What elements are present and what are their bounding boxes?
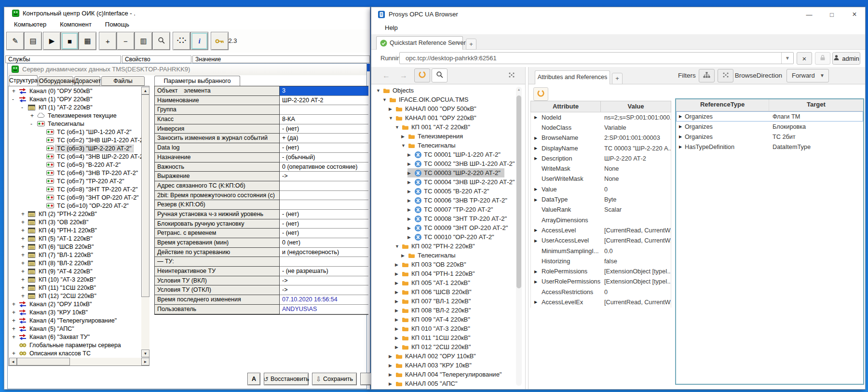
expander-icon[interactable]: + — [21, 293, 28, 299]
opcua-tree-item[interactable]: ▶КАНАЛ 003 "КРУ 10кВ" — [372, 361, 515, 370]
tree-item[interactable]: ТС (об=1) "ШР-1-220 АТ-2" — [9, 128, 141, 136]
attribute-row[interactable]: NodeClassVariable — [531, 122, 671, 133]
opcua-tree-item[interactable]: ▶ТС 00009 "ЗНТ ОР-220 АТ-2" — [372, 223, 515, 232]
expand-arrow-icon[interactable]: ▶ — [676, 124, 685, 129]
expander-icon[interactable]: + — [12, 309, 19, 316]
expand-arrow-icon[interactable]: ▶ — [531, 228, 542, 232]
chevron-right-icon[interactable]: ▶ — [395, 326, 402, 331]
tree-item[interactable]: +Канал (5) "АПС" — [9, 324, 141, 333]
property-value[interactable]: 3 — [280, 86, 368, 96]
expander-icon[interactable]: + — [21, 268, 28, 275]
attribute-row[interactable]: Historizingfalse — [531, 256, 671, 266]
toolbar-info-button[interactable]: i — [190, 32, 208, 50]
expand-arrow-icon[interactable]: ▶ — [531, 270, 542, 274]
expand-arrow-icon[interactable]: ▶ — [676, 135, 685, 139]
chevron-down-icon[interactable]: ▼ — [395, 125, 402, 130]
left-title-bar[interactable]: Контрольный центр ОИК (с)Interface - . — [4, 7, 370, 20]
expander-icon[interactable]: - — [21, 104, 28, 111]
expander-icon[interactable]: + — [21, 284, 28, 291]
expander-icon[interactable]: - — [12, 96, 19, 103]
horizontal-scroll-thumb[interactable] — [17, 358, 70, 365]
property-row[interactable]: НаименованиеШР-2-220 АТ-2 — [155, 96, 368, 106]
attribute-row[interactable]: MinimumSamplingI...0.0 — [531, 246, 671, 256]
chevron-right-icon[interactable]: ▶ — [395, 299, 402, 304]
property-value[interactable]: - (нет) — [280, 124, 368, 134]
property-row[interactable]: Блокировать ручную установку- (нет) — [155, 219, 368, 229]
property-value[interactable]: - (нет) — [280, 143, 368, 153]
tree-item[interactable]: +Канал (3) "КРУ 10кВ" — [9, 308, 141, 316]
tree-item[interactable]: Глобальные параметры сервера — [9, 341, 141, 349]
close-button[interactable]: × — [844, 8, 865, 21]
tree-item[interactable]: -КП (1) "АТ-2 220кВ" — [9, 103, 141, 111]
opcua-tree-item[interactable]: ▶КП 010 "АТ-3 220кВ" — [372, 324, 515, 333]
opcua-tree-item[interactable]: ▶КП 007 "ВЛ-1 220кВ" — [372, 297, 515, 306]
attribute-row[interactable]: ▶AccessLevel[CurrentRead, CurrentW... — [531, 225, 671, 235]
property-row[interactable]: Выражение-> — [155, 172, 368, 181]
property-value[interactable]: ШР-2-220 АТ-2 — [280, 96, 368, 106]
tree-item[interactable]: -Телесигналы — [9, 120, 141, 128]
chevron-down-icon[interactable]: ▼ — [376, 88, 383, 93]
property-value[interactable] — [280, 191, 368, 201]
tab-attributes-and-references[interactable]: Attributes and References — [535, 70, 610, 84]
chevron-right-icon[interactable]: ▶ — [395, 262, 402, 267]
chevron-right-icon[interactable]: ▶ — [395, 290, 402, 295]
chevron-right-icon[interactable]: ▶ — [401, 134, 408, 139]
attribute-row[interactable]: ArrayDimensions — [531, 215, 671, 225]
opcua-tree-item[interactable]: ▶Телесигналы — [372, 251, 515, 260]
attribute-row[interactable]: ▶AccessLevelEx[CurrentRead, CurrentW... — [531, 297, 671, 307]
chevron-right-icon[interactable]: ▶ — [395, 271, 402, 276]
expander-icon[interactable]: + — [21, 227, 28, 234]
property-value[interactable]: - (нет) — [280, 229, 368, 238]
chevron-right-icon[interactable]: ▶ — [395, 308, 402, 313]
chevron-down-icon[interactable]: ▼ — [401, 143, 408, 148]
tree-item[interactable]: +КП (11) "1СШ 220кВ" — [9, 284, 141, 292]
chevron-right-icon[interactable]: ▶ — [407, 216, 414, 221]
property-row[interactable]: Ретранс. с временем- (нет) — [155, 229, 368, 238]
property-row[interactable]: Резерв (К:КП:Об) — [155, 200, 368, 210]
tree-item[interactable]: +Описания классов ТС — [9, 349, 141, 357]
attribute-row[interactable]: ▶Value0 — [531, 184, 671, 194]
chevron-right-icon[interactable]: ▶ — [389, 107, 395, 111]
address-dropdown-icon[interactable]: ▼ — [781, 53, 793, 64]
property-value[interactable]: 0 (нет) — [280, 238, 368, 248]
opcua-tree-item[interactable]: ▼IFACE.OIK.OPCUA.TMS — [372, 95, 515, 104]
expand-arrow-icon[interactable]: ▶ — [531, 136, 542, 140]
refresh-button[interactable] — [414, 68, 430, 82]
expander-icon[interactable]: + — [12, 334, 19, 340]
tree-item[interactable]: +Телеизмерения текущие — [9, 111, 141, 120]
chevron-right-icon[interactable]: ▶ — [407, 162, 414, 166]
property-value[interactable]: + (да) — [280, 134, 368, 143]
chevron-down-icon[interactable]: ▼ — [395, 244, 402, 249]
reference-row[interactable]: ▶OrganizesФлаги ТМ — [676, 111, 863, 122]
expander-icon[interactable]: + — [30, 112, 37, 119]
opcua-tree-item[interactable]: ▼КП 001 "АТ-2 220кВ" — [372, 122, 515, 132]
property-row[interactable]: Условия ТУ (ВКЛ)-> — [155, 276, 368, 286]
chevron-right-icon[interactable]: ▶ — [389, 372, 395, 377]
chevron-right-icon[interactable]: ▶ — [407, 180, 414, 185]
chevron-right-icon[interactable]: ▶ — [407, 207, 414, 212]
menu-item-Помощь[interactable]: Помощь — [105, 20, 129, 29]
property-row[interactable]: Инверсия- (нет) — [155, 124, 368, 134]
opcua-tree-item[interactable]: ▶КП 005 "АТ-1 220кВ" — [372, 278, 515, 287]
back-icon[interactable]: ← — [378, 68, 394, 83]
admin-user-button[interactable]: admin — [832, 52, 860, 65]
property-row[interactable]: Время последнего изменения07.10.2020 16:… — [155, 295, 368, 305]
minimize-button[interactable]: — — [799, 8, 820, 21]
opcua-tree-item[interactable]: ▶КП 006 "ШСВ 220кВ" — [372, 287, 515, 297]
tree-item[interactable]: ТС (об=6) "ЗНВ ТР-220 АТ-2" — [9, 169, 141, 177]
property-value[interactable]: 8-КА — [280, 115, 368, 124]
mdi-title-bar[interactable]: Сервер динамических данных TMS(DESKTOP-P… — [8, 64, 366, 75]
scroll-up-button[interactable]: ▲ — [141, 87, 149, 95]
opcua-tree-item[interactable]: ▶КАНАЛ 002 "ОРУ 110кВ" — [372, 351, 515, 361]
property-row[interactable]: Условия ТУ (ОТКЛ)-> — [155, 285, 368, 295]
property-row[interactable]: Заносить изменения в журнал событий+ (да… — [155, 134, 368, 143]
toolbar-start-button[interactable]: ▶ — [43, 32, 61, 50]
toolbar-trace-button[interactable]: ⠪⠕ — [173, 32, 190, 50]
disconnect-button[interactable]: × — [797, 52, 812, 65]
tab-quickstart-reference-server[interactable]: Quickstart Reference Server × — [376, 36, 463, 50]
tree-item[interactable]: ТС (об=2) "ЗНВ ШР-1-220 АТ-2" — [9, 136, 141, 144]
chevron-right-icon[interactable]: ▶ — [389, 381, 395, 386]
property-value[interactable]: -> — [280, 276, 368, 286]
attribute-row[interactable]: AccessRestrictions0 — [531, 287, 671, 297]
split-pane-divider[interactable] — [525, 67, 529, 389]
